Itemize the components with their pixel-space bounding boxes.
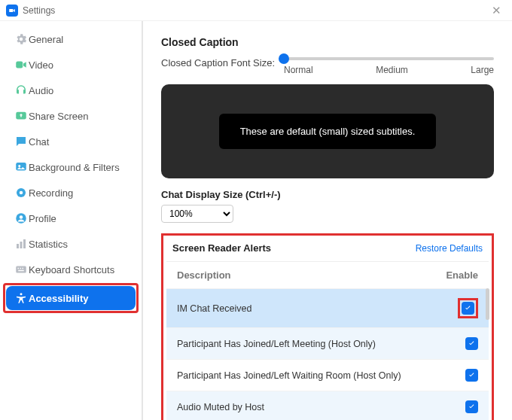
slider-thumb[interactable] [279,53,289,64]
svg-point-3 [18,165,20,167]
chat-display-select[interactable]: 100% [161,205,233,223]
alert-description: Participant Has Joined/Left Meeting (Hos… [177,339,376,349]
sidebar-item-general[interactable]: General [6,27,136,51]
share-screen-icon [14,108,29,123]
close-button[interactable]: ✕ [487,2,506,19]
statistics-icon [14,236,29,251]
svg-rect-15 [18,270,24,272]
keyboard-icon [14,262,29,277]
window-title: Settings [23,5,55,16]
alert-row[interactable]: Participant Has Joined/Left Meeting (Hos… [166,327,489,359]
enable-checkbox[interactable] [465,337,478,350]
slider-option-medium: Medium [376,65,408,75]
sidebar-item-label: Chat [29,136,49,148]
sidebar-item-profile[interactable]: Profile [6,206,136,230]
sidebar: General Video Audio Share Screen Chat Ba… [0,21,143,420]
sidebar-item-label: General [29,34,63,45]
svg-rect-13 [20,268,22,269]
svg-rect-0 [16,62,23,68]
font-size-slider[interactable]: Normal Medium Large [284,56,494,75]
svg-rect-9 [20,242,23,248]
titlebar: Settings ✕ [0,0,512,21]
alerts-title: Screen Reader Alerts [172,242,271,254]
font-size-label: Closed Caption Font Size: [161,56,275,68]
sidebar-item-share-screen[interactable]: Share Screen [6,104,136,128]
sidebar-item-label: Video [29,59,53,71]
svg-rect-14 [23,268,24,269]
svg-point-7 [20,215,23,219]
sidebar-item-label: Keyboard Shortcuts [29,264,114,275]
caption-preview: These are default (small) sized subtitle… [161,84,494,178]
svg-point-5 [20,191,23,195]
svg-rect-8 [17,244,19,248]
sidebar-accessibility-highlight: Accessibility [3,283,139,313]
svg-rect-12 [18,268,20,269]
accessibility-icon [14,291,29,306]
chat-icon [14,134,29,149]
slider-option-large: Large [471,65,494,75]
sidebar-item-keyboard-shortcuts[interactable]: Keyboard Shortcuts [6,257,136,282]
enable-checkbox[interactable] [465,369,478,382]
alert-description: IM Chat Received [177,303,251,314]
sidebar-item-label: Recording [29,187,73,199]
sidebar-item-video[interactable]: Video [6,53,136,77]
sidebar-item-recording[interactable]: Recording [6,181,136,205]
svg-point-16 [20,293,23,295]
col-enable: Enable [446,269,478,281]
svg-rect-10 [23,239,26,248]
sidebar-item-label: Profile [29,213,56,224]
headphones-icon [14,83,29,98]
alert-description: Audio Muted by Host [177,402,264,412]
background-icon [14,160,29,175]
subtitle-sample: These are default (small) sized subtitle… [219,114,437,149]
restore-defaults-link[interactable]: Restore Defaults [416,243,483,254]
checkbox-highlight [458,298,478,318]
content-pane: Closed Caption Closed Caption Font Size:… [143,21,512,420]
sidebar-item-label: Statistics [29,239,68,250]
chat-display-title: Chat Display Size (Ctrl+/-) [161,189,494,200]
recording-icon [14,185,29,200]
sidebar-item-audio[interactable]: Audio [6,78,136,102]
enable-checkbox[interactable] [465,400,478,413]
sidebar-item-statistics[interactable]: Statistics [6,232,136,256]
sidebar-item-background-filters[interactable]: Background & Filters [6,155,136,179]
sidebar-item-label: Share Screen [29,111,89,122]
alert-row[interactable]: IM Chat Received [166,288,489,327]
sidebar-item-accessibility[interactable]: Accessibility [6,286,136,310]
sidebar-item-chat[interactable]: Chat [6,129,136,154]
screen-reader-alerts-highlight: Screen Reader Alerts Restore Defaults De… [161,233,494,420]
alert-row[interactable]: Participant Has Joined/Left Waiting Room… [166,359,489,391]
sidebar-item-label: Background & Filters [29,162,120,173]
enable-checkbox[interactable] [462,302,474,315]
svg-rect-11 [16,266,26,273]
closed-caption-title: Closed Caption [161,36,494,48]
sidebar-item-label: Accessibility [29,293,89,304]
slider-option-normal: Normal [284,65,313,75]
gear-icon [14,32,29,47]
alert-description: Participant Has Joined/Left Waiting Room… [177,370,401,381]
sidebar-item-label: Audio [29,85,53,96]
app-icon [6,5,18,17]
col-description: Description [177,269,231,281]
alerts-table: Description Enable IM Chat Received [166,261,489,420]
video-icon [14,57,29,72]
profile-icon [14,211,29,226]
scrollbar-thumb[interactable] [486,288,489,320]
alert-row[interactable]: Audio Muted by Host [166,391,489,420]
